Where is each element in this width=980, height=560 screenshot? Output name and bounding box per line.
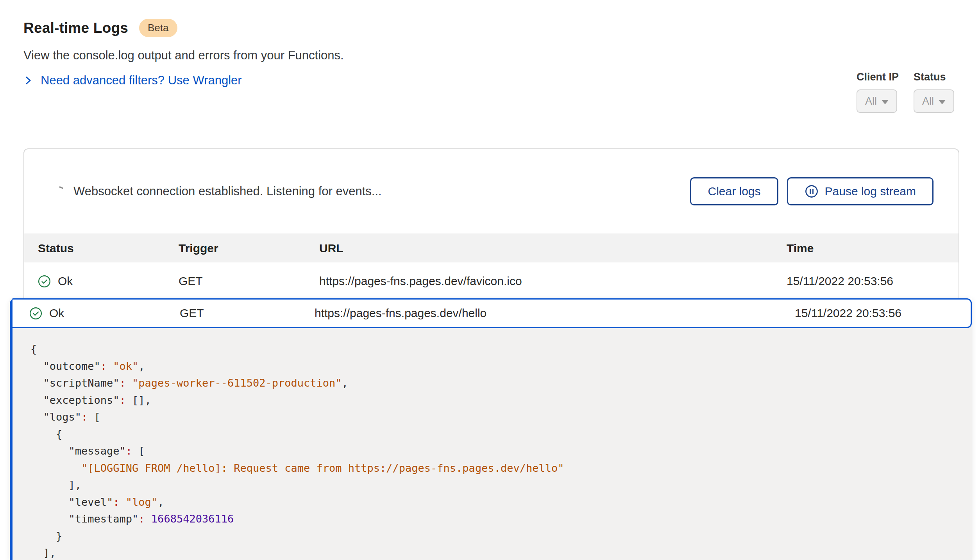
page-subtitle: View the console.log output and errors f… <box>23 48 344 62</box>
wrangler-link[interactable]: Need advanced filters? Use Wrangler <box>23 73 242 87</box>
time-value: 15/11/2022 20:53:56 <box>787 275 959 288</box>
beta-badge: Beta <box>139 19 177 37</box>
websocket-status: Websocket connection established. Listen… <box>55 184 382 198</box>
url-value: https://pages-fns.pages.dev/hello <box>315 307 795 320</box>
status-cell: Ok <box>24 275 179 288</box>
column-header-status: Status <box>24 242 179 255</box>
status-filter-value: All <box>922 95 934 107</box>
pause-log-stream-button[interactable]: Pause log stream <box>787 177 934 205</box>
time-value: 15/11/2022 20:53:56 <box>795 307 971 320</box>
trigger-value: GET <box>180 307 315 320</box>
status-cell: Ok <box>13 307 180 320</box>
chevron-right-icon <box>23 75 34 86</box>
url-value: https://pages-fns.pages.dev/favicon.ico <box>319 275 787 288</box>
trigger-value: GET <box>179 275 319 288</box>
column-header-time: Time <box>787 242 959 255</box>
expanded-log-row[interactable]: Ok GET https://pages-fns.pages.dev/hello… <box>13 298 972 328</box>
clear-logs-label: Clear logs <box>708 185 760 198</box>
pause-log-stream-label: Pause log stream <box>825 185 916 198</box>
page-title: Real-time Logs <box>23 20 128 36</box>
column-header-url: URL <box>319 242 787 255</box>
log-toolbar: Websocket connection established. Listen… <box>24 149 959 234</box>
pause-icon <box>805 184 819 198</box>
client-ip-filter-group: Client IP All <box>857 71 899 113</box>
table-row[interactable]: Ok GET https://pages-fns.pages.dev/favic… <box>24 262 959 300</box>
page-header: Real-time Logs Beta <box>23 19 177 37</box>
expanded-log-entry: Ok GET https://pages-fns.pages.dev/hello… <box>10 298 972 560</box>
filters: Client IP All Status All <box>857 71 954 113</box>
status-value: Ok <box>58 275 73 288</box>
log-panel: Websocket connection established. Listen… <box>23 148 959 299</box>
client-ip-select[interactable]: All <box>857 89 897 113</box>
log-json-code: { "outcome": "ok", "scriptName": "pages-… <box>30 341 964 560</box>
success-check-icon <box>38 275 51 288</box>
wrangler-link-label: Need advanced filters? Use Wrangler <box>41 73 242 87</box>
spinner-icon <box>55 186 65 196</box>
status-filter-label: Status <box>914 71 946 83</box>
caret-down-icon <box>939 100 946 104</box>
status-value: Ok <box>49 307 64 320</box>
success-check-icon <box>29 307 42 320</box>
status-select[interactable]: All <box>914 89 954 113</box>
client-ip-value: All <box>865 95 877 107</box>
client-ip-label: Client IP <box>857 71 899 83</box>
websocket-status-text: Websocket connection established. Listen… <box>73 184 382 198</box>
table-header-row: Status Trigger URL Time <box>24 234 959 262</box>
status-filter-group: Status All <box>914 71 954 113</box>
column-header-trigger: Trigger <box>179 242 319 255</box>
caret-down-icon <box>882 100 889 104</box>
clear-logs-button[interactable]: Clear logs <box>690 177 778 205</box>
log-detail-body: { "outcome": "ok", "scriptName": "pages-… <box>13 323 972 560</box>
